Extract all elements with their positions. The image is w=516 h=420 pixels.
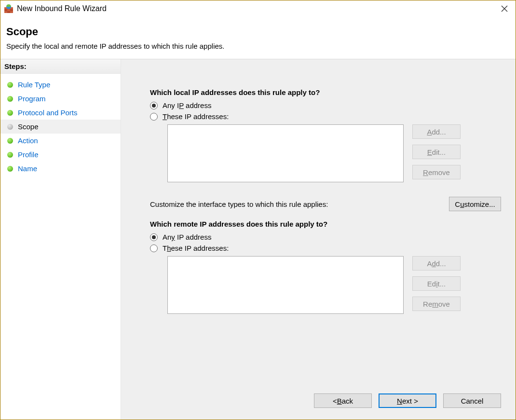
remote-edit-button[interactable]: Edit... (412, 276, 461, 291)
local-any-ip-radio-row[interactable]: Any IP address (150, 101, 501, 109)
step-profile[interactable]: Profile (0, 148, 121, 162)
local-ip-heading: Which local IP addresses does this rule … (150, 88, 501, 96)
remote-any-ip-label: Any IP address (163, 233, 211, 241)
svg-rect-7 (4, 11, 7, 13)
local-these-ip-radio-row[interactable]: These IP addresses: (150, 112, 501, 121)
step-name[interactable]: Name (0, 162, 121, 176)
local-these-ip-radio[interactable] (150, 113, 158, 121)
step-action[interactable]: Action (0, 134, 121, 148)
step-label: Name (18, 164, 37, 173)
window-title: New Inbound Rule Wizard (17, 4, 107, 13)
step-label: Action (18, 136, 38, 145)
back-button[interactable]: < Back (314, 393, 372, 408)
step-bullet-icon (7, 110, 13, 116)
cancel-button[interactable]: Cancel (443, 393, 501, 408)
step-bullet-icon (7, 138, 13, 144)
step-bullet-icon (7, 82, 13, 88)
local-these-ip-label: These IP addresses: (163, 112, 229, 121)
svg-rect-6 (10, 9, 13, 11)
customize-interfaces-label: Customize the interface types to which t… (150, 200, 328, 208)
svg-rect-9 (10, 11, 13, 13)
page-title: Scope (6, 26, 510, 38)
local-any-ip-label: Any IP address (163, 101, 211, 109)
steps-sidebar: Steps: Rule Type Program Protocol and Po… (0, 59, 121, 420)
wizard-header: Scope Specify the local and remote IP ad… (0, 17, 516, 59)
step-program[interactable]: Program (0, 92, 121, 106)
close-icon (501, 5, 508, 12)
steps-list: Rule Type Program Protocol and Ports Sco… (0, 74, 121, 176)
svg-rect-8 (7, 11, 10, 13)
step-bullet-icon (7, 96, 13, 102)
step-rule-type[interactable]: Rule Type (0, 78, 121, 92)
local-ip-list[interactable] (167, 124, 404, 182)
step-bullet-icon (7, 124, 13, 130)
steps-heading: Steps: (0, 59, 121, 74)
local-add-button[interactable]: Add... (412, 124, 461, 139)
remote-ip-heading: Which remote IP addresses does this rule… (150, 220, 501, 228)
page-subtitle: Specify the local and remote IP addresse… (6, 42, 510, 50)
remote-add-button[interactable]: Add... (412, 256, 461, 271)
step-label: Scope (18, 122, 39, 131)
next-button[interactable]: Next > (379, 393, 436, 408)
step-label: Rule Type (18, 81, 50, 89)
close-button[interactable] (493, 1, 516, 16)
customize-button[interactable]: Customize... (449, 197, 501, 211)
step-bullet-icon (7, 166, 13, 172)
local-edit-button[interactable]: Edit... (412, 145, 461, 159)
local-remove-button[interactable]: Remove (412, 165, 461, 179)
step-label: Protocol and Ports (18, 108, 77, 117)
titlebar: New Inbound Rule Wizard (0, 0, 516, 17)
step-bullet-icon (7, 152, 13, 158)
step-scope[interactable]: Scope (0, 120, 121, 134)
remote-these-ip-radio-row[interactable]: These IP addresses: (150, 244, 501, 252)
wizard-window: New Inbound Rule Wizard Scope Specify th… (0, 0, 516, 420)
svg-rect-4 (4, 9, 7, 11)
nav-buttons: < Back Next > Cancel (314, 393, 501, 408)
step-label: Program (18, 95, 46, 103)
remote-any-ip-radio[interactable] (150, 233, 158, 241)
remote-ip-list[interactable] (167, 256, 404, 314)
step-label: Profile (18, 150, 39, 159)
remote-any-ip-radio-row[interactable]: Any IP address (150, 233, 501, 241)
main-panel: Which local IP addresses does this rule … (121, 59, 516, 420)
svg-rect-5 (7, 9, 10, 11)
local-any-ip-radio[interactable] (150, 102, 158, 109)
firewall-icon (4, 4, 13, 13)
remote-these-ip-label: These IP addresses: (163, 244, 229, 252)
step-protocol-and-ports[interactable]: Protocol and Ports (0, 106, 121, 120)
remote-these-ip-radio[interactable] (150, 244, 158, 252)
remote-remove-button[interactable]: Remove (412, 297, 461, 311)
